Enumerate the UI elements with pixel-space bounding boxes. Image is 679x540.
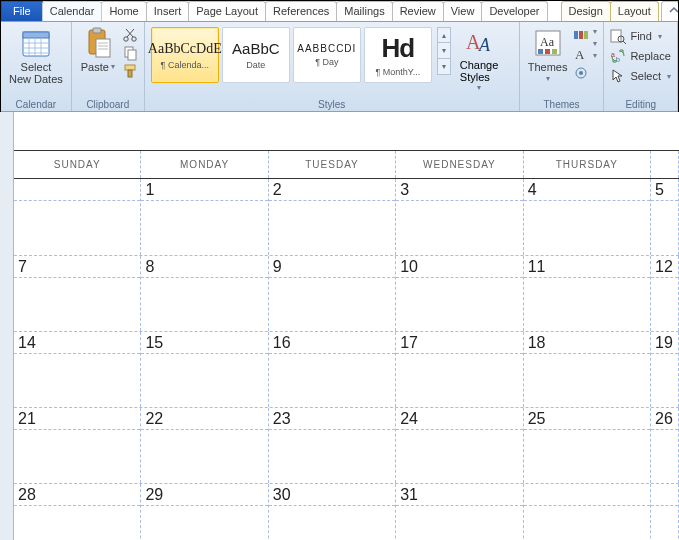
day-number: 30 — [269, 484, 395, 506]
replace-label: Replace — [630, 50, 670, 62]
style-monthyear[interactable]: Hd ¶ MonthY... — [364, 27, 432, 83]
chevron-down-icon: ▾ — [658, 32, 662, 41]
svg-point-32 — [579, 71, 583, 75]
format-painter-button[interactable] — [122, 63, 138, 79]
day-number: 11 — [524, 256, 650, 278]
style-name: ¶ Day — [315, 57, 338, 67]
calendar-day-cell[interactable]: 5 — [651, 179, 679, 255]
chevron-down-icon[interactable]: ▾ — [593, 39, 597, 48]
themes-button[interactable]: Aa Themes ▾ — [524, 25, 572, 87]
effects-icon — [573, 65, 589, 81]
tab-home[interactable]: Home — [101, 1, 146, 21]
calendar-day-cell[interactable]: 28 — [14, 484, 141, 540]
select-label: Select — [630, 70, 661, 82]
theme-effects-button[interactable] — [573, 65, 589, 81]
calendar-day-cell[interactable]: 8 — [141, 256, 268, 331]
calendar-day-cell[interactable]: 30 — [269, 484, 396, 540]
calendar-day-cell[interactable]: 1 — [141, 179, 268, 255]
change-styles-label: Change Styles — [460, 59, 499, 83]
chevron-down-icon: ▾ — [546, 73, 550, 85]
chevron-down-icon[interactable]: ▾ — [593, 27, 597, 36]
gallery-up-button[interactable]: ▴ — [437, 27, 451, 43]
calendar-page: SUNDAY MONDAY TUESDAY WEDNESDAY THURSDAY… — [14, 112, 679, 540]
calendar-day-cell[interactable] — [14, 179, 141, 255]
calendar-day-cell[interactable]: 9 — [269, 256, 396, 331]
day-number: 3 — [396, 179, 522, 201]
calendar-day-cell[interactable]: 25 — [524, 408, 651, 483]
calendar-day-cell[interactable]: 2 — [269, 179, 396, 255]
tab-design[interactable]: Design — [561, 1, 611, 21]
svg-text:A: A — [478, 35, 491, 55]
style-sample: Hd — [381, 33, 414, 64]
svg-point-15 — [132, 37, 136, 41]
color-swatches-icon — [573, 27, 589, 43]
ribbon-group-calendar: Select New Dates Calendar — [1, 22, 72, 111]
fonts-icon: A — [573, 46, 589, 62]
calendar-day-cell[interactable]: 12 — [651, 256, 679, 331]
svg-rect-27 — [574, 31, 578, 39]
tab-developer[interactable]: Developer — [481, 1, 547, 21]
calendar-day-cell[interactable]: 31 — [396, 484, 523, 540]
tab-mailings[interactable]: Mailings — [336, 1, 392, 21]
svg-rect-26 — [552, 49, 557, 54]
day-number: 2 — [269, 179, 395, 201]
day-number: 19 — [651, 332, 678, 354]
calendar-day-cell[interactable]: 4 — [524, 179, 651, 255]
day-number: 9 — [269, 256, 395, 278]
calendar-day-cell[interactable]: 11 — [524, 256, 651, 331]
svg-rect-24 — [538, 49, 543, 54]
calendar-day-cell[interactable]: 18 — [524, 332, 651, 407]
calendar-day-cell[interactable]: 15 — [141, 332, 268, 407]
calendar-day-cell[interactable]: 3 — [396, 179, 523, 255]
select-new-dates-label: Select New Dates — [9, 61, 63, 85]
theme-colors-button[interactable] — [573, 27, 589, 43]
tab-references[interactable]: References — [265, 1, 337, 21]
calendar-day-cell[interactable] — [651, 484, 679, 540]
calendar-week-row: 212223242526 — [14, 408, 679, 484]
style-sample: AaBbCcDdE — [148, 41, 222, 57]
tab-page-layout[interactable]: Page Layout — [188, 1, 266, 21]
replace-button[interactable]: ab Replace — [608, 47, 673, 65]
paste-button[interactable]: Paste ▾ — [76, 25, 120, 75]
day-number: 7 — [14, 256, 140, 278]
calendar-day-cell[interactable]: 24 — [396, 408, 523, 483]
calendar-day-cell[interactable]: 23 — [269, 408, 396, 483]
copy-button[interactable] — [122, 45, 138, 61]
calendar-day-cell[interactable]: 22 — [141, 408, 268, 483]
tab-file[interactable]: File — [1, 1, 43, 21]
calendar-day-cell[interactable]: 10 — [396, 256, 523, 331]
tab-calendar[interactable]: Calendar — [42, 1, 103, 21]
tab-review[interactable]: Review — [392, 1, 444, 21]
calendar-day-cell[interactable]: 17 — [396, 332, 523, 407]
tab-view[interactable]: View — [443, 1, 483, 21]
calendar-day-cell[interactable]: 19 — [651, 332, 679, 407]
style-date[interactable]: AaBbC Date — [222, 27, 290, 83]
calendar-day-cell[interactable]: 16 — [269, 332, 396, 407]
select-new-dates-button[interactable]: Select New Dates — [5, 25, 67, 87]
svg-rect-9 — [93, 28, 101, 33]
svg-rect-25 — [545, 49, 550, 54]
style-calendar[interactable]: AaBbCcDdE ¶ Calenda... — [151, 27, 219, 83]
minimize-ribbon-button[interactable] — [661, 1, 679, 21]
theme-fonts-button[interactable]: A — [573, 46, 589, 62]
day-number: 24 — [396, 408, 522, 430]
tab-insert[interactable]: Insert — [146, 1, 190, 21]
gallery-down-button[interactable]: ▾ — [437, 43, 451, 59]
svg-rect-1 — [23, 32, 49, 38]
cut-button[interactable] — [122, 27, 138, 43]
calendar-day-cell[interactable]: 26 — [651, 408, 679, 483]
calendar-day-cell[interactable]: 29 — [141, 484, 268, 540]
change-styles-button[interactable]: A A Change Styles ▾ — [456, 25, 503, 94]
calendar-day-cell[interactable]: 14 — [14, 332, 141, 407]
tab-layout[interactable]: Layout — [610, 1, 659, 21]
chevron-down-icon[interactable]: ▾ — [593, 51, 597, 60]
find-button[interactable]: Find ▾ — [608, 27, 673, 45]
gallery-more-button[interactable]: ▾ — [437, 59, 451, 75]
style-name: ¶ Calenda... — [161, 60, 209, 70]
calendar-day-cell[interactable] — [524, 484, 651, 540]
calendar-day-cell[interactable]: 21 — [14, 408, 141, 483]
calendar-day-cell[interactable]: 7 — [14, 256, 141, 331]
select-button[interactable]: Select ▾ — [608, 67, 673, 85]
tab-bar: File Calendar Home Insert Page Layout Re… — [1, 1, 678, 22]
style-day[interactable]: AABBCCDI ¶ Day — [293, 27, 361, 83]
